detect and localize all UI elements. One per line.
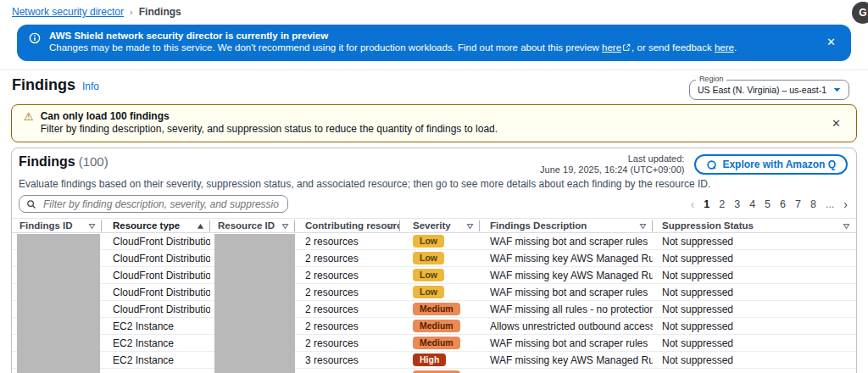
banner-title: AWS Shield network security director is … [49, 31, 328, 41]
col-header-contributing-resources[interactable]: Contributing resources [295, 219, 400, 232]
redacted-findings-id-column [17, 234, 100, 373]
pagination-page-5[interactable]: 5 [765, 198, 771, 210]
preview-info-banner: AWS Shield network security director is … [17, 25, 851, 61]
finding-description-cell: WAF missing bot and scraper rules [480, 287, 653, 298]
pagination-page-6[interactable]: 6 [780, 198, 786, 210]
pagination-pages: 12345678... [704, 198, 834, 210]
table-body: CloudFront Distribution2 resourcesLowWAF… [12, 233, 856, 373]
severity-cell: Medium [400, 303, 480, 315]
resource-type-cell: EC2 Instance [102, 354, 210, 366]
resources-link[interactable]: 2 resources [305, 253, 359, 264]
table-row[interactable]: EC2 Instance2 resourcesMediumAllows unre… [12, 318, 856, 335]
page-title: FindingsInfo [12, 76, 99, 95]
pagination-next-icon[interactable]: › [843, 198, 848, 211]
finding-description-cell: Allows unrestricted outbound access (0.0… [480, 320, 653, 332]
last-updated: Last updated: June 19, 2025, 16:24 (UTC+… [540, 153, 684, 175]
resources-link[interactable]: 2 resources [305, 287, 359, 298]
resource-type-cell: CloudFront Distribution [102, 236, 210, 248]
col-label: Resource type [113, 220, 180, 231]
feedback-here-link[interactable]: here [715, 42, 734, 53]
search-icon [26, 199, 36, 209]
table-row[interactable]: CloudFront Distribution2 resourcesLowWAF… [12, 267, 856, 284]
pagination-page-7[interactable]: 7 [795, 198, 801, 210]
panel-header-row: Findings(100) Last updated: June 19, 202… [12, 148, 856, 175]
preview-here-link[interactable]: here [602, 42, 621, 53]
panel-description: Evaluate findings based on their severit… [12, 175, 856, 190]
info-link[interactable]: Info [82, 81, 99, 92]
severity-cell: Low [400, 286, 480, 298]
severity-cell: Low [400, 269, 480, 281]
resource-type-cell: EC2 Instance [102, 337, 210, 349]
resources-link[interactable]: 2 resources [305, 337, 359, 349]
col-header-findings-id[interactable]: Findings ID [12, 219, 102, 232]
filter-input[interactable] [42, 198, 281, 211]
severity-badge: Medium [413, 320, 460, 332]
last-updated-label: Last updated: [628, 153, 685, 164]
region-selector[interactable]: Region US East (N. Virginia) – us-east-1 [689, 80, 849, 100]
suppression-status-cell: Not suppressed [653, 337, 856, 349]
resources-link[interactable]: 2 resources [305, 320, 359, 332]
col-header-resource-id[interactable]: Resource ID [210, 219, 295, 232]
pagination-page-4[interactable]: 4 [749, 198, 755, 210]
chevron-down-icon [833, 87, 841, 92]
contributing-resources-cell: 2 resources [295, 337, 400, 349]
pagination: ‹ 12345678... › [691, 198, 848, 211]
table-row[interactable]: EC2 Instance3 resourcesHighWAF missing k… [12, 352, 856, 369]
pagination-page-8[interactable]: 8 [810, 198, 816, 210]
col-header-suppression-status[interactable]: Suppression Status [653, 219, 856, 232]
resources-link[interactable]: 2 resources [305, 303, 359, 315]
col-header-severity[interactable]: Severity [400, 219, 480, 232]
sort-icon [387, 223, 394, 230]
resource-type-cell: EC2 Instance [102, 320, 210, 332]
suppression-status-cell: Not suppressed [653, 253, 856, 264]
breadcrumb-home-link[interactable]: Network security director [12, 6, 124, 18]
findings-count: (100) [79, 154, 108, 169]
sort-icon [466, 223, 474, 230]
suppression-status-cell: Not suppressed [653, 320, 856, 332]
finding-description-cell: WAF missing bot and scraper rules [480, 337, 653, 349]
page-title-text: Findings [12, 76, 75, 93]
table-row[interactable]: EC2 Instance2 resourcesMediumWAF missing… [12, 335, 856, 352]
resource-type-cell: CloudFront Distribution [102, 303, 210, 315]
pagination-page-3[interactable]: 3 [734, 198, 740, 210]
col-header-findings-description[interactable]: Findings Description [480, 219, 653, 232]
breadcrumb-separator: › [130, 7, 133, 17]
severity-badge: Low [413, 286, 444, 298]
pagination-prev-icon[interactable]: ‹ [691, 198, 695, 211]
table-row[interactable]: EC2 Instance2 resourcesMediumWAF missing… [12, 369, 856, 373]
profile-button[interactable]: G [852, 2, 868, 24]
col-label: Findings ID [19, 220, 73, 231]
finding-description-cell: WAF missing key AWS Managed Rules (IP Re… [480, 354, 653, 366]
breadcrumb-current: Findings [139, 6, 181, 18]
suppression-status-cell: Not suppressed [653, 303, 856, 315]
last-updated-value: June 19, 2025, 16:24 (UTC+09:00) [540, 164, 684, 175]
explore-with-amazon-q-button[interactable]: Explore with Amazon Q [694, 154, 848, 175]
resources-link[interactable]: 2 resources [305, 270, 359, 281]
warning-close-icon[interactable]: ✕ [826, 117, 846, 130]
resources-link[interactable]: 3 resources [305, 354, 359, 366]
col-header-resource-type[interactable]: Resource type [102, 219, 210, 232]
table-row[interactable]: CloudFront Distribution2 resourcesLowWAF… [12, 233, 856, 250]
banner-close-icon[interactable]: ✕ [821, 36, 841, 48]
panel-title-text: Findings [19, 154, 75, 169]
suppression-status-cell: Not suppressed [653, 236, 856, 248]
table-row[interactable]: CloudFront Distribution2 resourcesMedium… [12, 301, 856, 318]
resource-type-cell: CloudFront Distribution [102, 287, 210, 298]
pagination-page-2[interactable]: 2 [719, 198, 725, 210]
table-row[interactable]: CloudFront Distribution2 resourcesLowWAF… [12, 250, 856, 267]
table-row[interactable]: CloudFront Distribution2 resourcesLowWAF… [12, 284, 856, 301]
info-circle-icon [29, 32, 41, 47]
warning-body: Filter by finding description, severity,… [41, 123, 498, 135]
region-selector-label: Region [696, 75, 727, 83]
load-limit-warning-alert: ⚠ Can only load 100 findings Filter by f… [11, 104, 857, 142]
sort-icon [281, 223, 289, 230]
pagination-ellipsis: ... [826, 198, 834, 210]
resources-link[interactable]: 2 resources [305, 236, 359, 248]
contributing-resources-cell: 2 resources [295, 303, 400, 315]
warning-triangle-icon: ⚠ [24, 110, 34, 123]
severity-cell: High [400, 354, 480, 366]
col-label: Findings Description [490, 220, 587, 231]
pagination-page-1[interactable]: 1 [704, 198, 709, 210]
finding-description-cell: WAF missing key AWS Managed Rules (IP Re… [480, 270, 653, 281]
sort-icon [843, 223, 850, 230]
